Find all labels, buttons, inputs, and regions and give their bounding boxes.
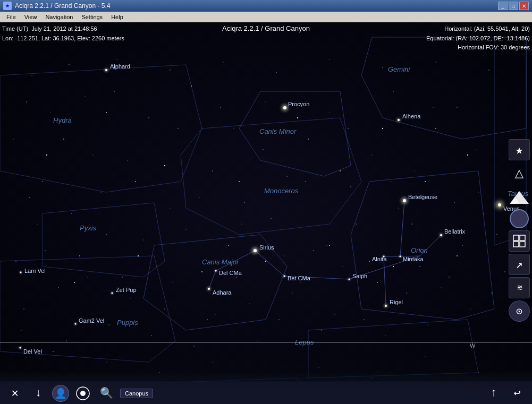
svg-point-88 [382,67,383,68]
app-icon: ★ [3,2,12,10]
menu-navigation[interactable]: Navigation [41,12,77,22]
menu-help[interactable]: Help [107,12,128,22]
svg-point-1 [42,181,43,182]
menu-file[interactable]: File [2,12,20,22]
svg-point-115 [106,112,107,113]
svg-point-104 [300,282,301,283]
menu-settings[interactable]: Settings [77,12,107,22]
svg-point-4 [106,234,107,235]
svg-point-6 [148,117,149,118]
star-alnita[interactable] [383,256,385,257]
menu-view[interactable]: View [20,12,41,22]
svg-point-112 [470,309,471,310]
svg-point-25 [58,287,59,288]
svg-point-93 [66,340,66,341]
svg-point-84 [170,70,171,71]
svg-point-107 [364,319,364,320]
svg-point-54 [156,266,157,267]
wave-button[interactable]: ≋ [509,277,530,298]
svg-point-22 [478,192,478,192]
canopus-label-display[interactable]: Canopus [120,389,153,398]
star-saiph[interactable] [349,279,350,280]
svg-point-30 [164,308,165,310]
svg-point-106 [343,267,343,267]
svg-point-126 [265,261,266,262]
location-display: Lon: -112.251, Lat: 36.1963, Elev: 2260 … [2,34,124,44]
download-button[interactable]: ↓ [29,384,48,403]
svg-point-98 [173,282,173,283]
svg-point-91 [23,308,24,309]
svg-point-34 [249,303,250,304]
info-panel-center: Aciqra 2.2.1 / Grand Canyon [222,24,310,32]
favorite-button[interactable]: ★ [509,139,530,160]
svg-point-5 [127,160,128,160]
svg-point-49 [50,112,50,113]
star-gam2-vel[interactable] [75,323,77,325]
nav-up-button[interactable]: ↑ [484,384,503,403]
star-bellatrix[interactable] [440,234,442,236]
star-adhara[interactable] [208,288,210,290]
svg-point-42 [419,266,420,267]
svg-point-63 [348,128,349,129]
svg-rect-153 [513,235,519,240]
star-rigel[interactable] [385,305,387,307]
dot-button[interactable] [73,384,92,403]
sky-canvas[interactable]: Time (UT): July 21, 2012 at 21:48:56 Lon… [0,22,532,404]
svg-point-29 [143,239,143,240]
time-display: Time (UT): July 21, 2012 at 21:48:56 [2,24,124,34]
svg-point-38 [334,314,335,314]
svg-point-66 [411,224,412,225]
maximize-button[interactable]: □ [509,2,518,10]
star-alhena[interactable] [398,119,400,121]
mountain-button[interactable] [509,186,530,207]
svg-point-125 [201,271,202,272]
svg-point-8 [191,85,192,87]
svg-rect-156 [520,242,525,247]
svg-point-122 [467,154,468,156]
window-title: Aciqra 2.2.1 / Grand Canyon - 5.4 [15,2,498,10]
svg-point-59 [263,149,264,150]
svg-point-41 [398,208,399,208]
star-zet-pup[interactable] [112,293,113,294]
close-button[interactable]: ✕ [519,2,529,10]
svg-point-21 [457,107,458,108]
titlebar: ★ Aciqra 2.2.1 / Grand Canyon - 5.4 _ □ … [0,0,532,12]
svg-point-9 [212,170,213,171]
svg-point-48 [29,197,30,198]
svg-rect-154 [520,235,525,240]
nav-return-button[interactable]: ↩ [508,384,527,403]
angle-button[interactable]: ↗ [509,254,530,275]
star-del-cma[interactable] [215,270,217,272]
svg-point-53 [135,181,136,182]
svg-point-87 [329,59,330,59]
star-procyon[interactable] [283,106,286,109]
close-x-button[interactable]: ✕ [5,384,24,403]
svg-point-97 [151,335,151,336]
star-mintaka[interactable] [400,256,401,257]
grid-button[interactable] [509,230,530,252]
star-del-vel[interactable] [20,347,21,349]
rotate-button[interactable]: ⊙ [509,300,530,322]
svg-point-39 [356,224,357,225]
svg-point-99 [193,346,194,346]
triangle-button[interactable]: △ [509,162,530,184]
svg-point-55 [178,128,179,129]
circle-view-button[interactable] [510,209,529,228]
svg-point-82 [69,64,70,65]
svg-point-96 [130,298,131,299]
search-button[interactable]: 🔍 [97,384,116,403]
person-icon[interactable]: 👤 [52,385,69,402]
minimize-button[interactable]: _ [498,2,508,10]
svg-point-85 [223,62,223,62]
star-bet-cma[interactable] [284,276,285,277]
star-betelgeuse[interactable] [403,199,406,202]
svg-point-10 [233,128,234,128]
star-alphard[interactable] [105,69,107,71]
svg-point-51 [92,154,93,155]
star-lam-vel[interactable] [20,272,22,273]
star-venus[interactable] [498,203,501,207]
svg-point-37 [313,250,314,251]
svg-point-13 [286,176,288,177]
star-sirius[interactable] [254,249,257,252]
svg-point-2 [63,139,64,140]
